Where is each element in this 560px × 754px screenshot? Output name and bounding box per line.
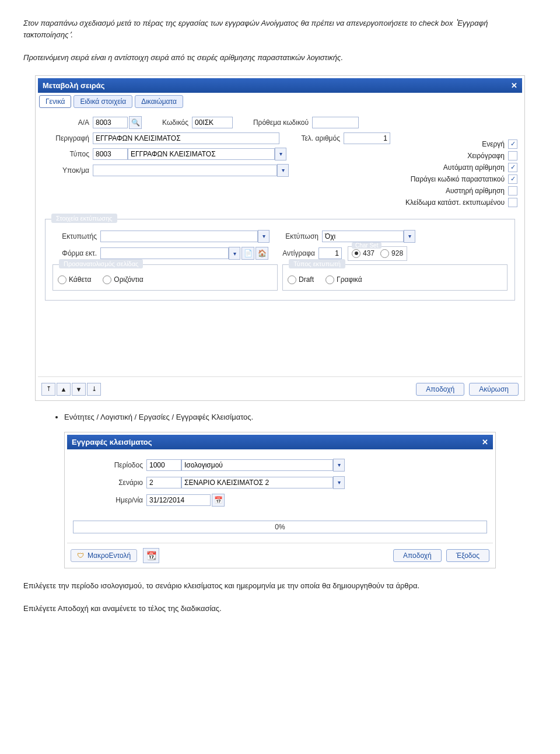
label-vertical: Κάθετα <box>69 275 91 284</box>
input-branch[interactable] <box>93 165 277 176</box>
input-prefix[interactable] <box>312 117 359 128</box>
input-type-code[interactable] <box>93 148 128 160</box>
print-details-group: Στοιχεία εκτύπωσης Εκτυπωτής ▾ Εκτύπωση … <box>45 219 515 301</box>
dialog1-title: Μεταβολή σειράς <box>43 81 105 90</box>
label-strict: Αυστηρή αρίθμηση <box>446 187 505 195</box>
tab-special[interactable]: Ειδικά στοιχεία <box>74 95 132 108</box>
label-lockprint: Κλείδωμα κατάστ. εκτυπωμένου <box>405 198 505 207</box>
radio-graphics[interactable] <box>326 275 334 284</box>
label-branch: Υποκ/μα <box>43 166 93 174</box>
label-desc: Περιγραφή <box>43 134 93 142</box>
shield-icon: 🛡 <box>77 551 84 560</box>
printertype-title: Τύπος εκτυπωτή <box>289 259 345 268</box>
close-icon-2[interactable]: ✕ <box>482 438 488 446</box>
label-aa: Α/Α <box>43 118 93 127</box>
dropdown-type-icon[interactable]: ▾ <box>275 148 286 160</box>
cancel-button[interactable]: Ακύρωση <box>469 383 519 396</box>
form-list-icon[interactable]: 📄 <box>242 247 254 260</box>
series-modification-dialog: Μεταβολή σειράς ✕ Γενικά Ειδικά στοιχεία… <box>35 75 525 401</box>
dialog1-titlebar: Μεταβολή σειράς ✕ <box>38 78 522 93</box>
intro-paragraph-1: Στον παραπάνω σχεδιασμό μετά το πέρας τη… <box>23 18 537 40</box>
tab-rights[interactable]: Δικαιώματα <box>135 95 183 108</box>
charset-title: Char Set <box>352 242 382 249</box>
calendar-icon[interactable]: 📅 <box>212 494 225 507</box>
dropdown-form-icon[interactable]: ▾ <box>229 247 240 260</box>
nav-last-icon[interactable]: ⤓ <box>87 383 101 396</box>
label-graphics: Γραφικά <box>337 275 362 284</box>
input-form[interactable] <box>100 247 229 259</box>
dropdown-printer-icon[interactable]: ▾ <box>258 230 270 243</box>
label-928: 928 <box>391 249 403 257</box>
intro-paragraph-2: Προτεινόμενη σειρά είναι η αντίστοιχη σε… <box>23 52 537 64</box>
exit-button[interactable]: Έξοδος <box>446 549 489 562</box>
input-type-desc[interactable] <box>128 148 275 160</box>
label-lastnum: Τελ. αριθμός <box>285 134 344 142</box>
label-active: Ενεργή <box>482 140 505 148</box>
input-period-code[interactable] <box>146 459 181 471</box>
input-date[interactable] <box>146 494 211 506</box>
label-printer: Εκτυπωτής <box>50 232 100 240</box>
nav-down-icon[interactable]: ▼ <box>72 383 86 396</box>
label-scenario: Σενάριο <box>90 479 146 487</box>
label-period: Περίοδος <box>90 461 146 469</box>
label-form: Φόρμα εκτ. <box>50 249 100 257</box>
input-period-desc[interactable] <box>181 459 333 471</box>
input-scenario-code[interactable] <box>146 477 181 488</box>
calendar-day-icon[interactable]: 📆 <box>143 548 159 563</box>
progress-value: 0% <box>275 523 285 531</box>
input-aa[interactable] <box>93 117 128 128</box>
checkbox-gencode[interactable] <box>508 174 517 184</box>
dropdown-print-icon[interactable]: ▾ <box>404 230 415 243</box>
dialog2-title: Εγγραφές κλεισίματος <box>72 438 152 446</box>
checkbox-lockprint[interactable] <box>508 198 517 207</box>
radio-vertical[interactable] <box>58 275 66 284</box>
label-date: Ημερ/νία <box>90 496 146 504</box>
input-copies[interactable] <box>318 247 342 259</box>
checkbox-manual[interactable] <box>508 151 517 160</box>
tab-general[interactable]: Γενικά <box>39 95 71 108</box>
label-autonum: Αυτόματη αρίθμηση <box>443 163 505 172</box>
navigation-bullet-list: Ενότητες / Λογιστική / Εργασίες / Εγγραφ… <box>41 413 537 421</box>
input-print[interactable] <box>322 231 404 242</box>
label-horizontal: Οριζόντια <box>114 275 143 284</box>
label-copies: Αντίγραφα <box>272 249 318 257</box>
outro-paragraph-2: Επιλέγετε Αποδοχή και αναμένετε το τέλος… <box>23 603 537 615</box>
label-type: Τύπος <box>43 150 93 158</box>
radio-draft[interactable] <box>288 275 296 284</box>
dialog2-titlebar: Εγγραφές κλεισίματος ✕ <box>67 435 493 449</box>
input-printer[interactable] <box>100 231 258 242</box>
outro-paragraph-1: Επιλέγετε την περίοδο ισολογισμού, το σε… <box>23 580 537 592</box>
dropdown-period-icon[interactable]: ▾ <box>333 459 345 472</box>
input-code[interactable] <box>192 117 233 128</box>
accept-button-2[interactable]: Αποδοχή <box>393 549 442 562</box>
macro-label: ΜακροΕντολή <box>88 551 131 560</box>
label-code: Κωδικός <box>148 118 192 127</box>
label-print: Εκτύπωση <box>275 232 322 240</box>
orientation-title: Προσανατολισμός σελίδας <box>59 259 143 268</box>
nav-first-icon[interactable]: ⤒ <box>41 383 55 396</box>
input-scenario-desc[interactable] <box>181 477 333 488</box>
input-desc[interactable] <box>93 132 279 144</box>
lookup-icon[interactable]: 🔍 <box>129 116 142 129</box>
progress-bar: 0% <box>73 521 487 533</box>
dropdown-branch-icon[interactable]: ▾ <box>277 164 289 177</box>
closing-entries-dialog: Εγγραφές κλεισίματος ✕ Περίοδος ▾ Σενάρι… <box>64 432 496 568</box>
bullet-closing-entries: Ενότητες / Λογιστική / Εργασίες / Εγγραφ… <box>64 413 537 421</box>
checkbox-strict[interactable] <box>508 186 517 196</box>
input-lastnum[interactable] <box>344 132 390 144</box>
radio-horizontal[interactable] <box>103 275 111 284</box>
print-details-title: Στοιχεία εκτύπωσης <box>51 214 117 223</box>
form-home-icon[interactable]: 🏠 <box>256 247 268 260</box>
checkbox-autonum[interactable] <box>508 163 517 172</box>
label-prefix: Πρόθεμα κωδικού <box>239 118 312 127</box>
accept-button[interactable]: Αποδοχή <box>416 383 464 396</box>
close-icon[interactable]: ✕ <box>511 81 517 90</box>
radio-928[interactable] <box>380 249 389 258</box>
label-draft: Draft <box>299 275 314 284</box>
macro-button[interactable]: 🛡 ΜακροΕντολή <box>71 549 137 562</box>
radio-437[interactable] <box>352 249 360 258</box>
label-437: 437 <box>363 249 374 257</box>
checkbox-active[interactable] <box>508 139 517 149</box>
dropdown-scenario-icon[interactable]: ▾ <box>333 476 345 489</box>
nav-up-icon[interactable]: ▲ <box>57 383 71 396</box>
